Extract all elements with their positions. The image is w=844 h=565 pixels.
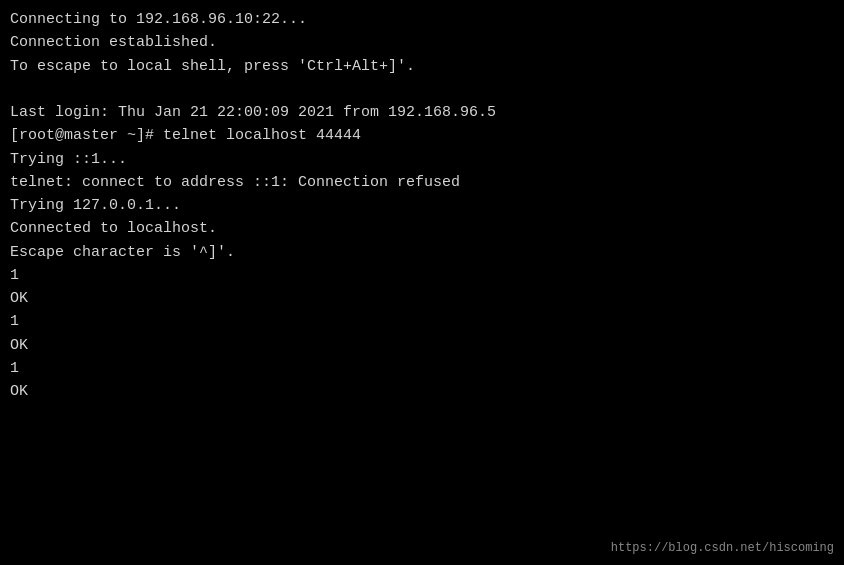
terminal-line: OK [10,334,834,357]
watermark: https://blog.csdn.net/hiscoming [611,541,834,555]
terminal-line: Connecting to 192.168.96.10:22... [10,8,834,31]
terminal-line: OK [10,380,834,403]
terminal-line: [root@master ~]# telnet localhost 44444 [10,124,834,147]
terminal-line: Last login: Thu Jan 21 22:00:09 2021 fro… [10,101,834,124]
terminal-line: Connected to localhost. [10,217,834,240]
terminal-line: 1 [10,357,834,380]
terminal-line: 1 [10,310,834,333]
terminal-line: OK [10,287,834,310]
terminal-output: Connecting to 192.168.96.10:22...Connect… [10,8,834,403]
terminal-line: telnet: connect to address ::1: Connecti… [10,171,834,194]
terminal-line: Connection established. [10,31,834,54]
terminal-line: To escape to local shell, press 'Ctrl+Al… [10,55,834,78]
terminal-line: Trying ::1... [10,148,834,171]
terminal-line: Trying 127.0.0.1... [10,194,834,217]
terminal-window: Connecting to 192.168.96.10:22...Connect… [0,0,844,565]
terminal-line: 1 [10,264,834,287]
terminal-line: Escape character is '^]'. [10,241,834,264]
terminal-line [10,78,834,101]
